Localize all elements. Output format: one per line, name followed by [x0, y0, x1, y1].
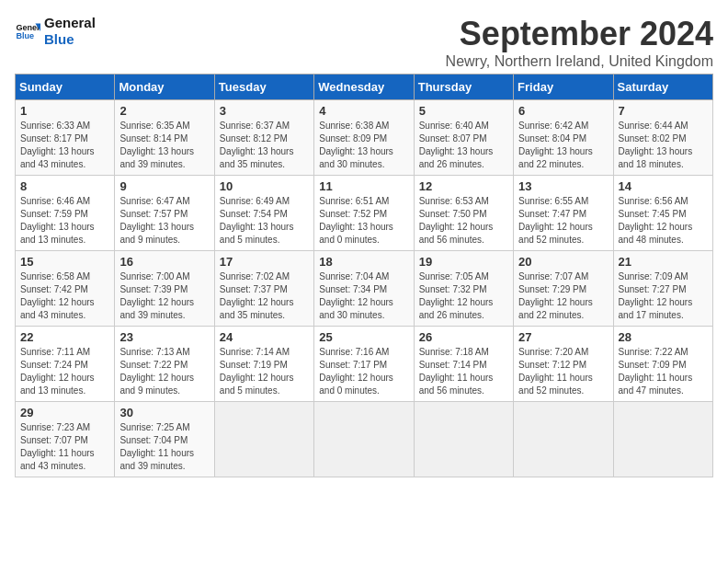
day-number: 24 [220, 330, 309, 344]
day-number: 8 [20, 179, 109, 193]
day-cell-14: 14Sunrise: 6:56 AMSunset: 7:45 PMDayligh… [613, 176, 712, 251]
location-title: Newry, Northern Ireland, United Kingdom [446, 53, 713, 70]
day-detail: Sunrise: 6:33 AMSunset: 8:17 PMDaylight:… [20, 121, 95, 169]
day-detail: Sunrise: 7:16 AMSunset: 7:17 PMDaylight:… [319, 347, 393, 396]
day-detail: Sunrise: 7:13 AMSunset: 7:22 PMDaylight:… [119, 347, 194, 396]
day-detail: Sunrise: 6:58 AMSunset: 7:42 PMDaylight:… [20, 271, 95, 320]
day-cell-20: 20Sunrise: 7:07 AMSunset: 7:29 PMDayligh… [514, 251, 613, 327]
day-cell-10: 10Sunrise: 6:49 AMSunset: 7:54 PMDayligh… [214, 176, 313, 251]
day-number: 7 [619, 104, 708, 118]
day-detail: Sunrise: 6:38 AMSunset: 8:09 PMDaylight:… [319, 121, 393, 169]
logo-line2: Blue [44, 31, 96, 48]
day-detail: Sunrise: 6:42 AMSunset: 8:04 PMDaylight:… [518, 121, 593, 169]
calendar-week-1: 1Sunrise: 6:33 AMSunset: 8:17 PMDaylight… [16, 100, 713, 176]
day-number: 18 [319, 255, 408, 269]
day-detail: Sunrise: 7:00 AMSunset: 7:39 PMDaylight:… [119, 271, 194, 320]
day-detail: Sunrise: 7:02 AMSunset: 7:37 PMDaylight:… [220, 271, 294, 320]
day-number: 1 [20, 104, 109, 118]
day-number: 17 [220, 255, 309, 269]
calendar-header-row: SundayMondayTuesdayWednesdayThursdayFrid… [16, 75, 713, 100]
day-number: 30 [119, 406, 209, 419]
day-number: 5 [419, 104, 508, 118]
empty-cell [214, 402, 313, 477]
day-cell-5: 5Sunrise: 6:40 AMSunset: 8:07 PMDaylight… [414, 100, 513, 176]
day-number: 21 [619, 255, 708, 269]
day-number: 12 [419, 179, 508, 193]
day-number: 20 [518, 255, 608, 269]
day-cell-23: 23Sunrise: 7:13 AMSunset: 7:22 PMDayligh… [115, 327, 214, 402]
day-detail: Sunrise: 6:46 AMSunset: 7:59 PMDaylight:… [20, 196, 95, 245]
day-number: 4 [319, 104, 408, 118]
day-cell-18: 18Sunrise: 7:04 AMSunset: 7:34 PMDayligh… [314, 251, 414, 327]
day-number: 22 [20, 330, 109, 344]
day-number: 16 [119, 255, 209, 269]
calendar-week-4: 22Sunrise: 7:11 AMSunset: 7:24 PMDayligh… [16, 327, 713, 402]
day-detail: Sunrise: 6:53 AMSunset: 7:50 PMDaylight:… [419, 196, 494, 245]
day-number: 9 [119, 179, 209, 193]
header-monday: Monday [115, 75, 214, 100]
day-cell-7: 7Sunrise: 6:44 AMSunset: 8:02 PMDaylight… [613, 100, 712, 176]
day-cell-17: 17Sunrise: 7:02 AMSunset: 7:37 PMDayligh… [214, 251, 313, 327]
calendar-week-5: 29Sunrise: 7:23 AMSunset: 7:07 PMDayligh… [16, 402, 713, 477]
day-cell-2: 2Sunrise: 6:35 AMSunset: 8:14 PMDaylight… [115, 100, 214, 176]
empty-cell [414, 402, 513, 477]
day-detail: Sunrise: 7:25 AMSunset: 7:04 PMDaylight:… [119, 422, 194, 471]
empty-cell [613, 402, 712, 477]
day-detail: Sunrise: 6:47 AMSunset: 7:57 PMDaylight:… [119, 196, 194, 245]
day-cell-29: 29Sunrise: 7:23 AMSunset: 7:07 PMDayligh… [16, 402, 115, 477]
day-cell-21: 21Sunrise: 7:09 AMSunset: 7:27 PMDayligh… [613, 251, 712, 327]
title-block: September 2024 Newry, Northern Ireland, … [446, 15, 713, 70]
day-detail: Sunrise: 6:56 AMSunset: 7:45 PMDaylight:… [619, 196, 693, 245]
day-detail: Sunrise: 7:04 AMSunset: 7:34 PMDaylight:… [319, 271, 393, 320]
day-number: 2 [119, 104, 209, 118]
day-cell-19: 19Sunrise: 7:05 AMSunset: 7:32 PMDayligh… [414, 251, 513, 327]
day-detail: Sunrise: 6:49 AMSunset: 7:54 PMDaylight:… [220, 196, 294, 245]
day-cell-4: 4Sunrise: 6:38 AMSunset: 8:09 PMDaylight… [314, 100, 414, 176]
day-number: 27 [518, 330, 608, 344]
day-number: 3 [220, 104, 309, 118]
day-cell-28: 28Sunrise: 7:22 AMSunset: 7:09 PMDayligh… [613, 327, 712, 402]
day-detail: Sunrise: 7:22 AMSunset: 7:09 PMDaylight:… [619, 347, 693, 396]
header: General Blue General Blue September 2024… [15, 15, 713, 70]
day-number: 10 [220, 179, 309, 193]
day-number: 13 [518, 179, 608, 193]
day-cell-11: 11Sunrise: 6:51 AMSunset: 7:52 PMDayligh… [314, 176, 414, 251]
day-cell-30: 30Sunrise: 7:25 AMSunset: 7:04 PMDayligh… [115, 402, 214, 477]
day-number: 26 [419, 330, 508, 344]
day-detail: Sunrise: 6:37 AMSunset: 8:12 PMDaylight:… [220, 121, 294, 169]
empty-cell [314, 402, 414, 477]
calendar-week-3: 15Sunrise: 6:58 AMSunset: 7:42 PMDayligh… [16, 251, 713, 327]
day-cell-22: 22Sunrise: 7:11 AMSunset: 7:24 PMDayligh… [16, 327, 115, 402]
day-number: 25 [319, 330, 408, 344]
day-detail: Sunrise: 7:18 AMSunset: 7:14 PMDaylight:… [419, 347, 494, 396]
day-detail: Sunrise: 7:11 AMSunset: 7:24 PMDaylight:… [20, 347, 95, 396]
header-sunday: Sunday [16, 75, 115, 100]
day-number: 19 [419, 255, 508, 269]
day-detail: Sunrise: 6:55 AMSunset: 7:47 PMDaylight:… [518, 196, 593, 245]
day-detail: Sunrise: 6:44 AMSunset: 8:02 PMDaylight:… [619, 121, 693, 169]
day-number: 11 [319, 179, 408, 193]
day-detail: Sunrise: 7:23 AMSunset: 7:07 PMDaylight:… [20, 422, 95, 471]
day-detail: Sunrise: 6:35 AMSunset: 8:14 PMDaylight:… [119, 121, 194, 169]
day-cell-16: 16Sunrise: 7:00 AMSunset: 7:39 PMDayligh… [115, 251, 214, 327]
svg-text:Blue: Blue [16, 31, 34, 40]
day-cell-26: 26Sunrise: 7:18 AMSunset: 7:14 PMDayligh… [414, 327, 513, 402]
day-cell-24: 24Sunrise: 7:14 AMSunset: 7:19 PMDayligh… [214, 327, 313, 402]
logo-line1: General [44, 15, 96, 31]
day-cell-6: 6Sunrise: 6:42 AMSunset: 8:04 PMDaylight… [514, 100, 613, 176]
logo-icon: General Blue [15, 18, 40, 44]
header-thursday: Thursday [414, 75, 513, 100]
day-detail: Sunrise: 6:40 AMSunset: 8:07 PMDaylight:… [419, 121, 494, 169]
day-cell-12: 12Sunrise: 6:53 AMSunset: 7:50 PMDayligh… [414, 176, 513, 251]
header-friday: Friday [514, 75, 613, 100]
day-detail: Sunrise: 7:09 AMSunset: 7:27 PMDaylight:… [619, 271, 693, 320]
day-cell-3: 3Sunrise: 6:37 AMSunset: 8:12 PMDaylight… [214, 100, 313, 176]
header-saturday: Saturday [613, 75, 712, 100]
day-number: 23 [119, 330, 209, 344]
empty-cell [514, 402, 613, 477]
day-number: 28 [619, 330, 708, 344]
header-tuesday: Tuesday [214, 75, 313, 100]
day-number: 15 [20, 255, 109, 269]
day-cell-9: 9Sunrise: 6:47 AMSunset: 7:57 PMDaylight… [115, 176, 214, 251]
day-detail: Sunrise: 7:14 AMSunset: 7:19 PMDaylight:… [220, 347, 294, 396]
